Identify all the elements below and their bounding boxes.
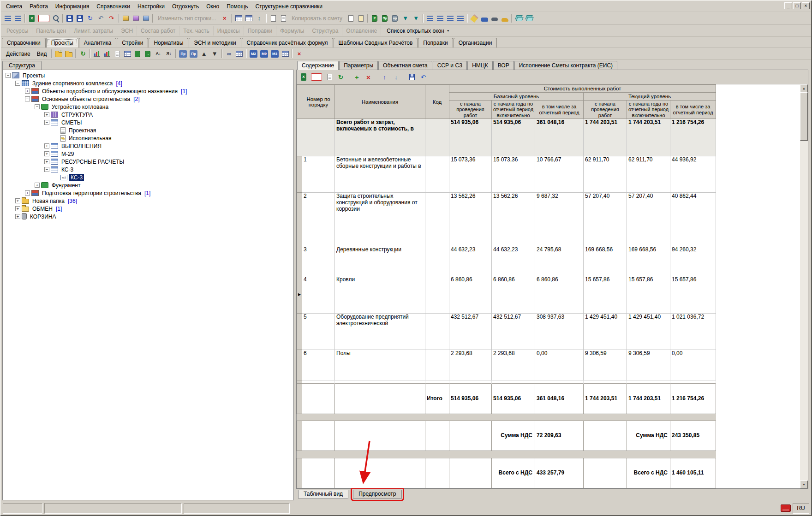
tree-item[interactable]: +М-29 [4, 150, 293, 158]
cloud-icon[interactable] [490, 13, 500, 24]
cell-value[interactable]: 1 429 451,40 [627, 313, 670, 350]
cell-row-name[interactable]: Оборудование предприятий электротехничес… [335, 313, 425, 350]
redo-icon[interactable]: ↷ [106, 13, 117, 24]
cell-value[interactable]: 361 048,16 [535, 119, 584, 156]
cell-row-number[interactable]: 5 [302, 313, 335, 350]
paste-structure-icon[interactable] [3, 13, 13, 24]
main-tab[interactable]: Проекты [46, 38, 78, 47]
cell-value[interactable]: 432 512,67 [492, 313, 535, 350]
main-tab[interactable]: Справочник расчётных формул [242, 38, 333, 47]
expand-icon[interactable]: + [15, 206, 20, 211]
view-mode-tab[interactable]: Предпросмотр [353, 490, 401, 499]
expand-icon[interactable]: + [35, 183, 40, 188]
move-up-icon[interactable]: ↑ [379, 72, 390, 82]
copy-icon[interactable] [268, 13, 278, 24]
main-tab[interactable]: Поправки [418, 38, 453, 47]
expand-icon[interactable]: + [44, 151, 49, 156]
m29-report-icon[interactable]: М9 [259, 49, 269, 59]
cell-value[interactable]: 62 911,70 [584, 156, 627, 193]
paste-icon[interactable] [278, 13, 288, 24]
tree-item[interactable]: +Объекты подсобного и обслуживающего наз… [4, 87, 293, 95]
main-tab[interactable]: Стройки [117, 38, 148, 47]
row-height-icon[interactable]: ↕ [254, 13, 264, 24]
cell-row-name[interactable]: Деревянные конструкции [335, 246, 425, 276]
cell-value[interactable]: 514 935,06 [449, 119, 492, 156]
delete-row-icon[interactable]: × [219, 13, 230, 24]
main-tab[interactable]: Организации [454, 38, 497, 47]
content-tab[interactable]: Объектная смета [378, 61, 432, 70]
grid-row[interactable]: 5Оборудование предприятий электротехниче… [297, 313, 716, 350]
tree-item[interactable]: +ВЫПОЛНЕНИЯ [4, 142, 293, 150]
collapse-icon[interactable]: − [15, 81, 20, 86]
level-up-icon[interactable] [445, 13, 455, 24]
save-icon[interactable] [407, 72, 417, 82]
open-folder-icon[interactable] [64, 49, 74, 59]
norm-book-icon[interactable] [132, 49, 143, 59]
cell-value[interactable]: 15 073,36 [492, 156, 535, 193]
cell-value[interactable]: 1 429 451,40 [584, 313, 627, 350]
scroll-down-icon[interactable]: ▼ [800, 480, 808, 488]
cell-value[interactable]: 24 795,68 [535, 246, 584, 276]
add-row-icon[interactable]: + [352, 72, 362, 82]
cell-row-code[interactable] [425, 193, 449, 246]
cell-row-name[interactable]: Бетонные и железобетонные сборные констр… [335, 156, 425, 193]
scroll-up-icon[interactable]: ▲ [800, 84, 808, 92]
save-all-icon[interactable] [75, 13, 85, 24]
menu-item-7[interactable]: Помощь [223, 1, 251, 12]
close-tab-icon[interactable]: × [294, 49, 304, 59]
cell-row-code[interactable] [425, 313, 449, 350]
grid-row[interactable]: ▶4Кровли6 860,866 860,866 860,8615 657,8… [297, 276, 716, 314]
menu-item-2[interactable]: Информация [52, 1, 93, 12]
menu-item-8[interactable]: Структурные справочники [252, 1, 327, 12]
content-tab[interactable]: Содержание [297, 61, 339, 70]
copy-doc-icon[interactable] [346, 13, 356, 24]
move-down-icon[interactable]: ↓ [391, 72, 401, 82]
export-excel-icon[interactable]: X [299, 72, 309, 82]
cell-value[interactable]: 94 260,32 [670, 246, 716, 276]
tree-item[interactable]: −Здание спортивного комплекса[4] [4, 79, 293, 87]
insert-column-icon[interactable] [233, 13, 244, 24]
collapse-icon[interactable]: − [6, 73, 11, 78]
collapse-icon[interactable]: − [44, 120, 49, 125]
search-icon[interactable] [51, 13, 61, 24]
expand-icon[interactable]: + [44, 159, 49, 164]
price-book-pr-icon[interactable]: Пр [380, 13, 390, 24]
collapse-icon[interactable]: − [44, 167, 49, 172]
cell-value[interactable]: 0,00 [535, 350, 584, 380]
cell-row-code[interactable] [425, 119, 449, 156]
view-mode-tab[interactable]: Табличный вид [298, 490, 348, 499]
content-tab[interactable]: ВОР [493, 61, 514, 70]
cell-value[interactable]: 13 562,26 [449, 193, 492, 246]
cell-value[interactable]: 432 512,67 [449, 313, 492, 350]
cell-value[interactable]: 44 632,23 [492, 246, 535, 276]
level-down-icon[interactable] [455, 13, 466, 24]
tab-structure[interactable]: Структура [2, 61, 42, 70]
chart-icon[interactable] [92, 49, 102, 59]
cell-row-code[interactable] [425, 350, 449, 380]
menu-item-5[interactable]: Отдохнуть [168, 1, 203, 12]
cell-value[interactable]: 44 936,92 [670, 156, 716, 193]
tree-item[interactable]: Проектная [4, 126, 293, 134]
cell-row-code[interactable] [425, 246, 449, 276]
main-tab[interactable]: Справочники [2, 38, 46, 47]
sort-za-icon[interactable]: Я↓ [163, 49, 174, 59]
m29-form-icon[interactable]: М2 [248, 49, 259, 59]
truck-icon[interactable] [479, 13, 490, 24]
content-tab[interactable]: НМЦК [467, 61, 493, 70]
cell-value[interactable]: 10 766,67 [535, 156, 584, 193]
tree-item[interactable]: кс3КС-3 [4, 173, 293, 181]
book-export-icon[interactable]: → [143, 49, 153, 59]
cell-row-code[interactable] [425, 276, 449, 314]
tree-item[interactable]: +ОБМЕН[1] [4, 205, 293, 213]
insert-table-icon[interactable] [244, 13, 254, 24]
expand-icon[interactable]: + [25, 89, 30, 94]
keyboard-layout-icon[interactable] [781, 504, 791, 512]
main-tab[interactable]: Аналитика [79, 38, 116, 47]
cell-value[interactable]: 15 657,86 [670, 276, 716, 314]
move-up-icon[interactable]: ▲ [199, 49, 209, 59]
price-book-icon[interactable]: Р [370, 13, 380, 24]
tree-item[interactable]: −КС-3 [4, 166, 293, 173]
cell-value[interactable]: 44 632,23 [449, 246, 492, 276]
cell-row-code[interactable] [425, 156, 449, 193]
content-tab[interactable]: ССР и СЗ [433, 61, 467, 70]
